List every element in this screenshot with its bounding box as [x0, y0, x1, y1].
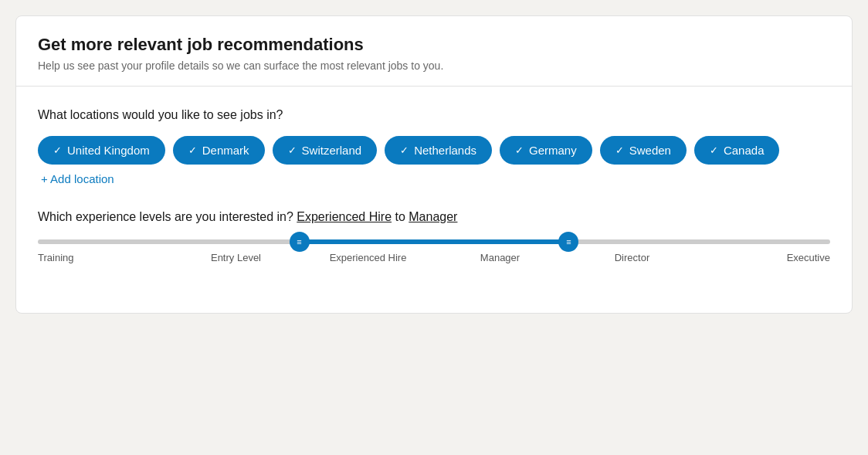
location-tag[interactable]: ✓Netherlands — [385, 136, 492, 165]
experience-from-link[interactable]: Experienced Hire — [297, 210, 392, 223]
slider-label-item: Executive — [698, 252, 830, 263]
card-header: Get more relevant job recommendations He… — [16, 16, 852, 87]
tag-label: Switzerland — [302, 144, 362, 157]
card-subtitle: Help us see past your profile details so… — [38, 59, 830, 72]
slider-handle-right[interactable]: ≡ — [558, 232, 578, 252]
tag-label: United Kingdom — [67, 144, 150, 157]
location-tags-row: ✓United Kingdom✓Denmark✓Switzerland✓Neth… — [38, 136, 830, 185]
experience-question-mid: to — [395, 210, 405, 223]
experience-to-link[interactable]: Manager — [409, 210, 457, 223]
check-icon: ✓ — [615, 144, 624, 156]
slider-label-item: Director — [566, 252, 698, 263]
experience-slider[interactable]: ≡ ≡ — [38, 239, 830, 244]
experience-question-prefix: Which experience levels are you interest… — [38, 210, 293, 223]
add-location-button[interactable]: + Add location — [38, 172, 117, 185]
add-location-label: + Add location — [41, 172, 114, 185]
experience-question: Which experience levels are you interest… — [38, 210, 830, 224]
location-tag[interactable]: ✓Germany — [500, 136, 592, 165]
slider-label-item: Experienced Hire — [302, 252, 434, 263]
handle-right-icon: ≡ — [566, 238, 571, 246]
slider-track: ≡ ≡ — [38, 239, 830, 244]
experience-section: Which experience levels are you interest… — [38, 210, 830, 263]
check-icon: ✓ — [288, 144, 297, 156]
slider-fill — [300, 239, 569, 244]
location-tag[interactable]: ✓Switzerland — [273, 136, 378, 165]
locations-section: What locations would you like to see job… — [38, 108, 830, 185]
check-icon: ✓ — [400, 144, 409, 156]
handle-left-icon: ≡ — [297, 238, 301, 246]
location-tag[interactable]: ✓Canada — [694, 136, 780, 165]
check-icon: ✓ — [710, 144, 718, 156]
slider-label-item: Training — [38, 252, 170, 263]
check-icon: ✓ — [188, 144, 197, 156]
card-body: What locations would you like to see job… — [16, 87, 852, 313]
locations-question: What locations would you like to see job… — [38, 108, 830, 122]
check-icon: ✓ — [515, 144, 524, 156]
slider-label-item: Entry Level — [170, 252, 302, 263]
location-tag[interactable]: ✓Denmark — [173, 136, 265, 165]
tag-label: Canada — [724, 144, 765, 157]
tag-label: Denmark — [202, 144, 249, 157]
slider-handle-left[interactable]: ≡ — [290, 232, 310, 252]
recommendation-card: Get more relevant job recommendations He… — [15, 15, 853, 314]
slider-labels: TrainingEntry LevelExperienced HireManag… — [38, 252, 830, 263]
tag-label: Sweden — [629, 144, 671, 157]
location-tag[interactable]: ✓United Kingdom — [38, 136, 165, 165]
card-title: Get more relevant job recommendations — [38, 35, 830, 55]
tag-label: Netherlands — [414, 144, 476, 157]
slider-label-item: Manager — [434, 252, 566, 263]
check-icon: ✓ — [53, 144, 62, 156]
tag-label: Germany — [529, 144, 577, 157]
location-tag[interactable]: ✓Sweden — [600, 136, 687, 165]
